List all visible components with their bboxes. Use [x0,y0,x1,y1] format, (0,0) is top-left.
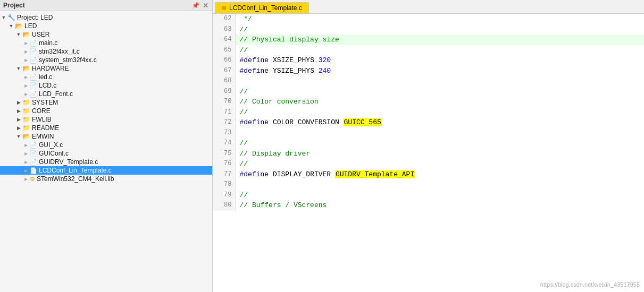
tree-item-readme-folder[interactable]: ▶📁README [0,124,212,132]
tab-label: LCDConf_Lin_Template.c [229,4,302,12]
expand-icon-system-stm32f4xx-c: ▶ [22,58,30,63]
line-content-72[interactable]: #define COLOR_CONVERSION GUICC_565 [235,117,644,128]
tree-item-stemwin-lib[interactable]: ▶⚙STemWin532_CM4_Keil.lib [0,175,212,183]
tree-label-led-c: led.c [39,73,52,81]
expand-icon-core-folder: ▶ [15,108,22,114]
tree-item-lcd-c[interactable]: ▶📄LCD.c [0,81,212,90]
project-icon: 🔧 [7,14,15,21]
line-content-70[interactable]: // Color conversion [235,97,644,107]
expand-icon-gui-x-c: ▶ [22,143,30,148]
line-number-78: 78 [213,179,235,190]
project-header-icons: 📌 ✕ [192,2,209,9]
line-number-67: 67 [213,66,235,76]
file-icon: 📄 [30,40,37,47]
tree-label-readme-folder: README [32,124,59,132]
line-number-66: 66 [213,55,235,66]
tree-item-stm32f4xx-it-c[interactable]: ▶📄stm32f4xx_it.c [0,47,212,56]
project-tree: ▼🔧Project: LED▼📂LED▼📂USER▶📄main.c▶📄stm32… [0,11,212,292]
code-line-72: 72#define COLOR_CONVERSION GUICC_565 [213,117,644,128]
tree-item-fwlib-folder[interactable]: ▶📁FWLIB [0,115,212,124]
line-number-72: 72 [213,117,235,128]
watermark: https://blog.csdn.net/weixin_43517955 [540,281,640,288]
file-icon: 📄 [30,159,37,166]
line-content-78[interactable] [235,179,644,190]
line-content-79[interactable]: // [235,190,644,201]
code-line-63: 63// [213,24,644,35]
tree-item-led-c[interactable]: ▶📄led.c [0,73,212,81]
file-icon: 📄 [30,74,37,81]
tab-indicator [222,6,226,10]
tree-label-emwin-folder: EMWIN [32,133,54,140]
tree-item-lcdconf-lin-template-c[interactable]: ▶📄LCDConf_Lin_Template.c [0,166,212,175]
line-content-76[interactable]: // [235,159,644,169]
code-line-64: 64// Physical display size [213,35,644,45]
tree-label-lcdconf-lin-template-c: LCDConf_Lin_Template.c [39,167,112,174]
line-number-63: 63 [213,24,235,35]
expand-icon-guiconf-c: ▶ [22,151,30,156]
tree-item-user-folder[interactable]: ▼📂USER [0,30,212,39]
line-content-67[interactable]: #define YSIZE_PHYS 240 [235,66,644,76]
line-number-70: 70 [213,97,235,107]
tree-item-main-c[interactable]: ▶📄main.c [0,39,212,47]
expand-icon-emwin-folder: ▼ [15,134,22,139]
tree-item-led-root[interactable]: ▼📂LED [0,22,212,30]
file-icon: 📄 [30,57,37,64]
tree-label-lcd-c: LCD.c [39,82,56,89]
tree-label-gui-x-c: GUI_X.c [39,141,63,149]
tree-item-core-folder[interactable]: ▶📁CORE [0,107,212,115]
editor-content: 62 */63//64// Physical display size65//6… [213,14,644,292]
code-line-77: 77#define DISPLAY_DRIVER GUIDRV_Template… [213,169,644,180]
line-number-62: 62 [213,14,235,24]
code-line-80: 80// Buffers / VScreens [213,200,644,211]
line-number-71: 71 [213,107,235,118]
line-content-73[interactable] [235,128,644,139]
editor-tab-lcdconf[interactable]: LCDConf_Lin_Template.c [215,2,309,13]
project-header: Project 📌 ✕ [0,0,212,11]
expand-icon-lcd-font-c: ▶ [22,92,30,97]
line-number-69: 69 [213,87,235,97]
tree-item-emwin-folder[interactable]: ▼📂EMWIN [0,132,212,141]
line-content-74[interactable]: // [235,138,644,149]
code-line-62: 62 */ [213,14,644,24]
code-line-74: 74// [213,138,644,149]
line-content-66[interactable]: #define XSIZE_PHYS 320 [235,55,644,66]
line-number-73: 73 [213,128,235,139]
code-line-70: 70// Color conversion [213,97,644,107]
line-number-65: 65 [213,45,235,56]
line-content-77[interactable]: #define DISPLAY_DRIVER GUIDRV_Template_A… [235,169,644,180]
line-content-68[interactable] [235,76,644,87]
tree-item-guidrv-template-c[interactable]: ▶📄GUIDRV_Template.c [0,158,212,166]
folder-icon: 📂 [15,22,23,30]
pin-icon[interactable]: 📌 [192,2,199,9]
line-content-64[interactable]: // Physical display size [235,35,644,45]
tree-label-stm32f4xx-it-c: stm32f4xx_it.c [39,48,80,55]
line-content-75[interactable]: // Display driver [235,149,644,159]
code-line-75: 75// Display driver [213,149,644,159]
tree-label-main-c: main.c [39,39,57,47]
line-number-68: 68 [213,76,235,87]
line-content-71[interactable]: // [235,107,644,118]
close-panel-button[interactable]: ✕ [202,2,209,9]
tree-label-system-folder: SYSTEM [32,99,58,106]
line-number-64: 64 [213,35,235,45]
code-line-78: 78 [213,179,644,190]
tree-item-system-folder[interactable]: ▶📁SYSTEM [0,98,212,107]
line-content-69[interactable]: // [235,87,644,97]
project-panel: Project 📌 ✕ ▼🔧Project: LED▼📂LED▼📂USER▶📄m… [0,0,213,292]
tree-item-hardware-folder[interactable]: ▼📂HARDWARE [0,64,212,73]
tree-item-guiconf-c[interactable]: ▶📄GUIConf.c [0,149,212,158]
line-content-63[interactable]: // [235,24,644,35]
line-content-65[interactable]: // [235,45,644,56]
tree-item-project-led[interactable]: ▼🔧Project: LED [0,13,212,22]
tree-item-lcd-font-c[interactable]: ▶📄LCD_Font.c [0,90,212,98]
tree-item-system-stm32f4xx-c[interactable]: ▶📄system_stm32f4xx.c [0,56,212,64]
tree-item-gui-x-c[interactable]: ▶📄GUI_X.c [0,141,212,149]
lib-icon: ⚙ [30,176,35,183]
tree-label-system-stm32f4xx-c: system_stm32f4xx.c [39,56,97,64]
line-content-62[interactable]: */ [235,14,644,24]
file-icon: 📄 [30,91,37,98]
code-line-66: 66#define XSIZE_PHYS 320 [213,55,644,66]
file-icon: 📄 [30,150,37,157]
line-content-80[interactable]: // Buffers / VScreens [235,200,644,211]
line-number-79: 79 [213,190,235,201]
